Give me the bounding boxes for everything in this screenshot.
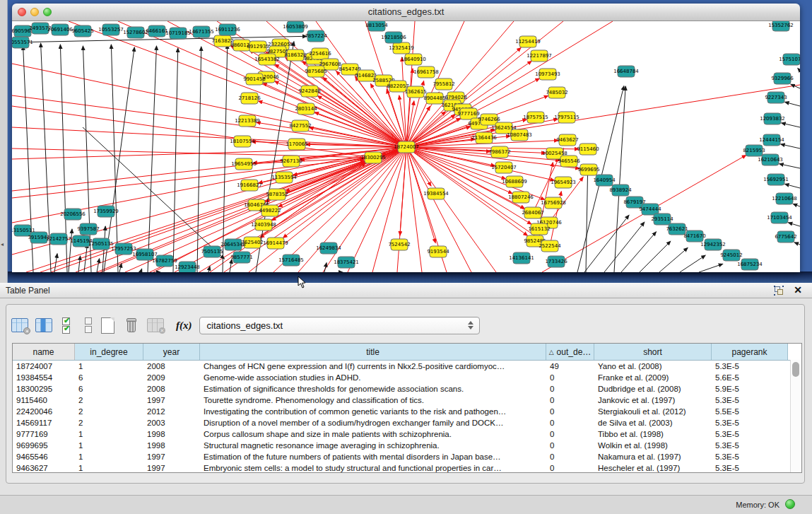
graph-node[interactable]: 9397587 [77, 223, 99, 235]
graph-node-selected[interactable]: 19384554 [423, 188, 449, 199]
graph-node-selected[interactable]: 7955812 [433, 78, 454, 90]
graph-node-selected[interactable]: 12217897 [526, 50, 552, 62]
table-row[interactable]: 977716911998Corpus callosum shape and si… [13, 428, 801, 440]
citation-edge[interactable] [785, 102, 800, 106]
graph-node-selected[interactable]: 1615132 [528, 223, 550, 235]
network-window-titlebar[interactable]: citations_edges.txt [12, 4, 800, 21]
graph-node[interactable]: 16911236 [215, 24, 240, 35]
graph-node[interactable]: 12923448 [175, 262, 200, 272]
citation-edge[interactable] [208, 267, 210, 272]
citation-edge[interactable] [680, 255, 705, 272]
graph-node[interactable]: 16053809 [283, 21, 308, 33]
column-header-short[interactable]: short [594, 344, 712, 360]
column-header-out_de[interactable]: △out_de… [546, 344, 594, 360]
graph-node-selected[interactable]: 15720407 [491, 162, 517, 173]
graph-node[interactable]: 9329966 [771, 73, 794, 84]
table-row[interactable]: 969969511998Structural magnetic resonanc… [13, 440, 801, 451]
graph-node[interactable]: 1733426 [545, 256, 567, 267]
graph-node[interactable]: 14136141 [509, 252, 534, 264]
splitter-collapse-icon[interactable]: ◂ [1, 242, 4, 247]
graph-node-selected[interactable]: 10688609 [502, 176, 527, 187]
vertical-scrollbar[interactable] [790, 360, 801, 472]
table-row[interactable]: 946554611997Estimation of the future num… [13, 451, 801, 462]
graph-node[interactable]: 8813054 [365, 21, 388, 31]
graph-node-selected[interactable]: 8427552 [289, 120, 311, 132]
graph-node-selected[interactable]: 4498222 [259, 205, 281, 216]
citation-edge[interactable] [794, 243, 800, 245]
graph-node[interactable]: 12093832 [760, 113, 785, 124]
left-panel-splitter[interactable]: ◂ [0, 0, 8, 283]
citation-edge[interactable] [779, 164, 800, 168]
select-all-columns-button[interactable]: ✔ ✔ [59, 316, 77, 334]
graph-node[interactable]: 7505135 [201, 246, 223, 257]
graph-node-selected[interactable]: 7485032 [546, 87, 567, 98]
table-row[interactable]: 1830029562008Estimation of significance … [13, 383, 801, 395]
column-header-title[interactable]: title [200, 344, 546, 360]
citation-edge[interactable] [586, 165, 588, 272]
new-column-button[interactable] [98, 316, 117, 334]
graph-node-selected[interactable]: 11353594 [271, 172, 297, 183]
graph-node[interactable]: 16249834 [316, 243, 341, 254]
citation-edge-selected[interactable] [372, 147, 406, 272]
graph-node[interactable]: 9227343 [765, 92, 787, 103]
graph-node[interactable]: 15352762 [768, 21, 794, 31]
graph-node[interactable]: 15278602 [123, 27, 148, 38]
citation-edge-selected[interactable] [317, 95, 406, 147]
close-panel-icon[interactable]: ✕ [794, 284, 802, 296]
table-row[interactable]: 1938455462009Genome-wide association stu… [13, 372, 801, 383]
graph-node-selected[interactable]: 2254616 [309, 48, 331, 59]
table-row[interactable]: 911546021997Tourette syndrome. Phenomeno… [13, 395, 801, 406]
graph-node[interactable]: 15692951 [763, 174, 789, 185]
citation-edge[interactable] [659, 247, 688, 272]
function-builder-button[interactable]: f(x) [176, 320, 192, 332]
column-header-name[interactable]: name [13, 344, 75, 360]
graph-node[interactable]: 9245012 [720, 250, 742, 261]
citation-edge[interactable] [148, 46, 156, 272]
graph-node-selected[interactable]: 9465546 [558, 156, 580, 167]
citation-edge[interactable] [785, 184, 800, 188]
graph-node-selected[interactable]: 11254419 [515, 36, 541, 47]
graph-node[interactable]: 19218506 [381, 32, 406, 43]
unselect-all-columns-button[interactable] [83, 316, 93, 334]
graph-node[interactable]: 8471670 [683, 230, 705, 242]
graph-node-selected[interactable]: 16914479 [263, 238, 288, 249]
graph-node[interactable]: 10719185 [165, 28, 191, 39]
graph-node-selected[interactable]: 9699695 [577, 164, 599, 175]
graph-node-selected[interactable]: 9267130 [280, 156, 302, 167]
citation-edge[interactable] [230, 259, 232, 272]
graph-node-selected[interactable]: 2522544 [539, 240, 561, 252]
graph-node[interactable]: 20691406 [47, 24, 73, 35]
graph-node-selected[interactable]: 12325419 [389, 42, 414, 54]
graph-node-selected[interactable]: 21364436 [471, 132, 497, 144]
citation-edge[interactable] [788, 223, 800, 226]
citation-network-graph[interactable]: 7163822886012889129352322605898275051654… [12, 21, 800, 272]
graph-node[interactable]: 7857224 [305, 30, 327, 42]
graph-node-selected[interactable]: 19654923 [551, 177, 576, 188]
graph-node-selected[interactable]: 7986372 [488, 146, 510, 158]
graph-node-selected[interactable]: 9193544 [427, 246, 449, 257]
citation-edge[interactable] [111, 45, 118, 272]
citation-edge[interactable] [781, 144, 800, 148]
graph-node[interactable]: 16648784 [613, 66, 639, 77]
column-header-year[interactable]: year [143, 344, 200, 360]
graph-node[interactable]: 12942352 [700, 239, 726, 250]
citation-edge[interactable] [782, 123, 800, 127]
citation-edge[interactable] [604, 222, 645, 272]
graph-node-selected[interactable]: 16756928 [541, 197, 566, 209]
citation-edge[interactable] [621, 232, 656, 272]
citation-edge[interactable] [793, 204, 800, 206]
graph-node-selected[interactable]: 2803144 [295, 103, 317, 115]
citation-edge[interactable] [119, 264, 122, 272]
table-mode-button[interactable] [11, 316, 29, 334]
graph-node-selected[interactable]: 10973493 [535, 69, 560, 80]
graph-node-selected[interactable]: 18807246 [508, 192, 534, 203]
graph-node[interactable]: 8215953 [743, 145, 765, 156]
table-row[interactable]: 1456911722003Disruption of a novel membe… [13, 417, 801, 428]
graph-node-selected[interactable]: 2684067 [522, 207, 543, 218]
citation-edge-selected[interactable] [406, 147, 560, 160]
graph-node[interactable]: 9605425 [71, 25, 93, 37]
table-row[interactable]: 1872400712008Changes of HCN gene express… [13, 361, 801, 372]
graph-node-selected[interactable]: 8912935 [247, 41, 269, 52]
graph-node[interactable]: 14671355 [189, 26, 214, 37]
graph-node[interactable]: 8938924 [609, 185, 632, 196]
